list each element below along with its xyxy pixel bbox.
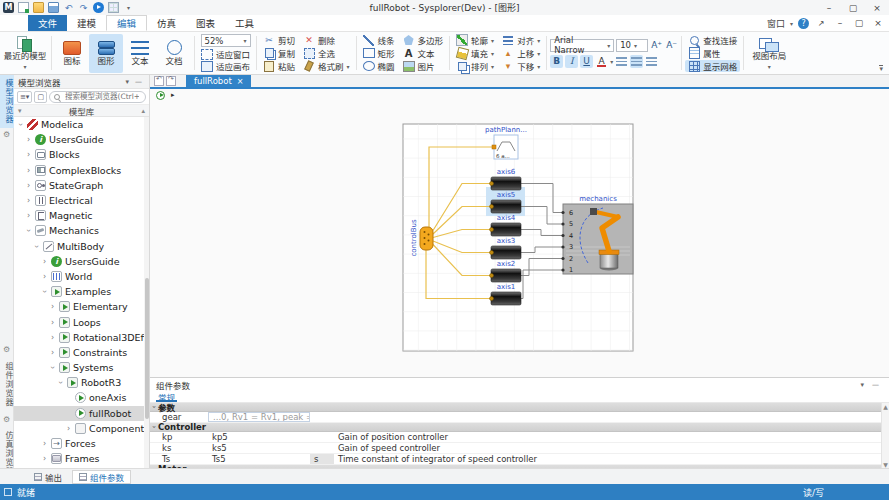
grow-font-button[interactable]: A⁺ — [650, 39, 663, 52]
param-section-Controller[interactable]: ›Controller — [150, 423, 889, 432]
param-row-Ts[interactable]: TsTs5sTime constant of integrator of spe… — [150, 454, 889, 465]
tree-collapsed-icon[interactable]: › — [25, 197, 32, 204]
tab-general[interactable]: 常规 — [156, 391, 177, 402]
tree-expanded-icon[interactable]: › — [25, 227, 32, 234]
forward-page-icon[interactable] — [166, 76, 176, 86]
tree-collapsed-icon[interactable]: › — [25, 182, 32, 189]
mechanics-block[interactable]: mechanics654321 — [561, 195, 633, 274]
maximize-button[interactable]: ▢ — [841, 0, 865, 15]
tree-scrollbar[interactable] — [144, 117, 149, 468]
param-value[interactable]: Ts5 — [208, 454, 310, 464]
tree-expanded-icon[interactable]: › — [17, 121, 24, 128]
tree-expanded-icon[interactable]: › — [49, 364, 56, 371]
cut-button[interactable]: 剪切 — [260, 34, 298, 46]
close-tab-icon[interactable]: × — [237, 77, 244, 86]
italic-button[interactable]: I — [565, 55, 578, 68]
vertical-tab-model-browser[interactable]: 模型浏览器 — [0, 75, 14, 128]
align-center-button[interactable] — [630, 55, 643, 68]
align-button[interactable]: 对齐▾ — [499, 34, 543, 46]
fill-button[interactable]: 填充▾ — [453, 47, 497, 59]
fit-window-button[interactable]: 适应窗口 — [198, 48, 253, 60]
tree-collapsed-icon[interactable]: › — [65, 425, 72, 432]
param-section-参数[interactable]: ›参数 — [150, 403, 889, 412]
arrange-button[interactable]: 排列▾ — [453, 60, 497, 72]
tree-item-oneAxis[interactable]: oneAxis — [14, 390, 149, 405]
mdi-restore-button[interactable]: ▢ — [852, 18, 866, 28]
library-column-header[interactable]: ▾ 模型库 ▴ — [14, 105, 149, 117]
font-size-select[interactable]: 10▾ — [616, 39, 648, 52]
tree-collapsed-icon[interactable]: › — [41, 273, 48, 280]
tree-view-mode-button[interactable]: ≡▾ — [17, 91, 32, 103]
tree-collapsed-icon[interactable]: › — [49, 334, 56, 341]
vertical-tab-component-browser[interactable]: 组件浏览器 — [0, 358, 14, 411]
tree-collapsed-icon[interactable]: › — [49, 303, 56, 310]
tree-expanded-icon[interactable]: › — [41, 288, 48, 295]
back-page-icon[interactable] — [154, 76, 164, 86]
help-icon[interactable]: ? — [798, 18, 809, 29]
rect-button[interactable]: 矩形 — [360, 47, 398, 59]
move-up-button[interactable]: 上移▾ — [499, 47, 543, 59]
tree-expanded-icon[interactable]: › — [57, 379, 64, 386]
view-layout-button[interactable]: 视图布局 ▾ — [747, 34, 791, 73]
zoom-select[interactable]: 52% ▾ — [201, 34, 251, 47]
menu-tab-2[interactable]: 仿真 — [147, 15, 186, 31]
tree-item-MultiBody[interactable]: ›MultiBody — [14, 239, 149, 254]
ellipse-button[interactable]: 椭圆 — [360, 60, 398, 72]
search-input[interactable] — [63, 91, 141, 102]
line-button[interactable]: 线条 — [360, 34, 398, 46]
panel-menu-icon[interactable]: ▾ — [122, 78, 132, 86]
tree-item-StateGraph[interactable]: ›StateGraph — [14, 178, 149, 193]
delete-button[interactable]: 删除 — [300, 34, 353, 46]
diagram-view-button[interactable]: 图形 — [89, 34, 123, 73]
tree-item-Magnetic[interactable]: ›Magnetic — [14, 208, 149, 223]
tree-item-Systems[interactable]: ›Systems — [14, 360, 149, 375]
scroll-down-icon[interactable]: ▼ — [883, 461, 888, 468]
tree-collapsed-icon[interactable]: › — [49, 349, 56, 356]
gear-icon[interactable]: ⚙ — [0, 130, 13, 139]
float-window-button[interactable]: ↗ — [814, 19, 828, 28]
file-menu-button[interactable]: 文件 — [28, 15, 67, 31]
font-color-button[interactable]: A — [595, 55, 608, 68]
tree-collapsed-icon[interactable]: › — [41, 440, 48, 447]
tree-collapsed-icon[interactable]: › — [49, 319, 56, 326]
new-model-icon[interactable] — [18, 2, 29, 13]
gear-icon[interactable]: ⚙ — [0, 345, 13, 354]
tree-item-fullRobot[interactable]: fullRobot — [14, 406, 149, 421]
param-row-ks[interactable]: ksks5Gain of speed controller — [150, 443, 889, 454]
collapse-ribbon-icon[interactable]: ▾ — [879, 65, 883, 72]
tree-item-Constraints[interactable]: ›Constraints — [14, 345, 149, 360]
tree-item-Examples[interactable]: ›Examples — [14, 284, 149, 299]
tree-item-ComplexBlocks[interactable]: ›ComplexBlocks — [14, 163, 149, 178]
image-button[interactable]: 图片 — [400, 60, 447, 72]
simulate-play-icon[interactable] — [156, 91, 165, 100]
tree-item-UsersGuide[interactable]: ›UsersGuide — [14, 132, 149, 147]
document-tab-fullRobot[interactable]: fullRobot × — [186, 75, 251, 87]
format-painter-button[interactable]: 格式刷▾ — [300, 60, 353, 72]
fit-canvas-button[interactable]: 适应画布 — [198, 60, 253, 72]
tree-collapsed-icon[interactable]: › — [25, 212, 32, 219]
customize-toolbar-icon[interactable]: ▾ — [123, 2, 134, 13]
panel-collapse-icon[interactable]: — — [868, 381, 883, 389]
tree-scrollbar-thumb[interactable] — [145, 278, 149, 418]
font-color-caret-icon[interactable]: ▾ — [610, 58, 613, 65]
doc-view-button[interactable]: 文档 — [157, 34, 191, 73]
tree-item-UsersGuide[interactable]: ›UsersGuide — [14, 254, 149, 269]
menu-tab-3[interactable]: 图表 — [186, 15, 225, 31]
copy-button[interactable]: 复制 — [260, 47, 298, 59]
open-icon[interactable] — [33, 2, 44, 13]
tree-item-Mechanics[interactable]: ›Mechanics — [14, 223, 149, 238]
simulate-icon[interactable] — [93, 2, 104, 13]
show-grid-button[interactable]: 显示网格 — [685, 60, 740, 72]
collapse-all-button[interactable]: ▢ — [34, 91, 47, 103]
tree-item-Modelica[interactable]: ›Modelica — [14, 117, 149, 132]
tree-item-Frames[interactable]: ›Frames — [14, 451, 149, 466]
parameters-scrollbar[interactable]: ▲ ▼ — [881, 403, 889, 468]
tree-item-Electrical[interactable]: ›Electrical — [14, 193, 149, 208]
mdi-minimize-button[interactable]: – — [833, 18, 847, 28]
minimize-button[interactable]: – — [817, 0, 841, 15]
menu-tab-0[interactable]: 建模 — [67, 15, 106, 31]
align-left-button[interactable] — [615, 55, 628, 68]
tree-collapsed-icon[interactable]: › — [25, 167, 32, 174]
window-menu-button[interactable]: 窗口 — [767, 17, 785, 30]
tree-collapsed-icon[interactable]: › — [41, 455, 48, 462]
